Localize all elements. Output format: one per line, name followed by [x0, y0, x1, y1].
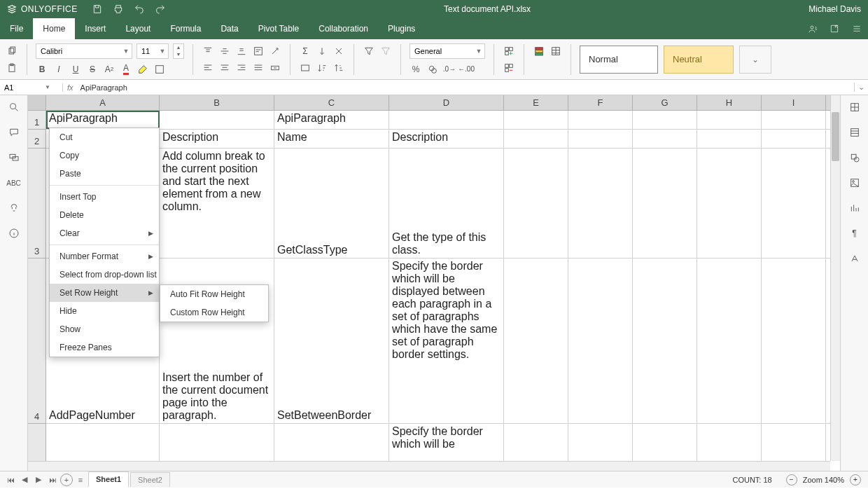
ctx-freeze-panes[interactable]: Freeze Panes: [50, 338, 159, 357]
fill-color-icon[interactable]: [136, 63, 149, 76]
conditional-format-icon[interactable]: [533, 45, 545, 57]
subscript-icon[interactable]: A2: [103, 63, 115, 76]
spreadsheet-grid[interactable]: A B C D E F G H I 1 2 3 4 ApiParagraph A…: [28, 95, 840, 471]
merge-icon[interactable]: [269, 62, 281, 74]
image-settings-icon[interactable]: [848, 177, 861, 189]
insert-cells-icon[interactable]: [503, 45, 515, 57]
row-header-2[interactable]: 2: [28, 130, 46, 149]
cell-I3[interactable]: [762, 149, 826, 258]
redo-icon[interactable]: [155, 4, 166, 15]
tabs-last-icon[interactable]: ⏭: [46, 474, 59, 486]
col-header-A[interactable]: A: [46, 95, 160, 110]
underline-icon[interactable]: U: [69, 63, 82, 76]
paragraph-settings-icon[interactable]: ¶: [848, 227, 861, 240]
menu-pivot[interactable]: Pivot Table: [248, 18, 309, 39]
cell-I2[interactable]: [762, 130, 826, 148]
font-name-input[interactable]: [36, 44, 120, 58]
col-header-G[interactable]: G: [633, 95, 697, 110]
decrease-decimal-icon[interactable]: .0→: [443, 63, 456, 76]
cell-F1[interactable]: [568, 111, 633, 129]
percent-icon[interactable]: %: [410, 63, 422, 76]
chat-icon[interactable]: [8, 151, 20, 164]
cell-C5[interactable]: [274, 424, 389, 465]
cell-C4[interactable]: SetBetweenBorder: [274, 259, 389, 423]
fill-down-icon[interactable]: [316, 45, 328, 57]
cell-style-normal[interactable]: Normal: [580, 46, 658, 74]
ctx-insert-top[interactable]: Insert Top: [50, 188, 159, 206]
comments-icon[interactable]: [8, 126, 20, 139]
menu-insert[interactable]: Insert: [75, 18, 115, 39]
col-header-C[interactable]: C: [274, 95, 389, 110]
sum-icon[interactable]: Σ: [299, 45, 312, 57]
select-all-corner[interactable]: [28, 95, 46, 110]
cell-E3[interactable]: [504, 149, 568, 258]
cell-style-dropdown[interactable]: ⌄: [739, 46, 771, 74]
share-icon[interactable]: [801, 18, 823, 39]
row-header-5[interactable]: [28, 424, 46, 466]
format-table-icon[interactable]: [550, 45, 562, 57]
fx-label[interactable]: fx: [63, 83, 78, 92]
open-location-icon[interactable]: [823, 18, 846, 39]
vertical-scrollbar[interactable]: [830, 95, 840, 461]
cell-F2[interactable]: [568, 130, 633, 148]
col-header-F[interactable]: F: [568, 95, 633, 110]
cell-C1[interactable]: ApiParagraph: [274, 111, 389, 129]
cell-I5[interactable]: [762, 424, 826, 465]
paste-icon[interactable]: [6, 62, 18, 74]
shape-settings-icon[interactable]: [848, 151, 861, 164]
align-left-icon[interactable]: [202, 62, 214, 74]
ctx-cut[interactable]: Cut: [50, 128, 159, 146]
zoom-out-icon[interactable]: −: [786, 474, 797, 485]
ctx-select-dropdown[interactable]: Select from drop-down list: [50, 266, 159, 284]
font-color-icon[interactable]: A: [120, 63, 132, 76]
align-middle-icon[interactable]: [218, 45, 231, 57]
font-size-spinner[interactable]: ▲▼: [173, 43, 184, 59]
font-size-combo[interactable]: ▼: [136, 43, 169, 59]
cell-G5[interactable]: [633, 424, 697, 465]
menu-formula[interactable]: Formula: [160, 18, 211, 39]
menu-collab[interactable]: Collaboration: [309, 18, 378, 39]
text-art-settings-icon[interactable]: [848, 252, 861, 265]
cell-F3[interactable]: [568, 149, 633, 258]
tabs-first-icon[interactable]: ⏮: [4, 474, 17, 486]
save-icon[interactable]: [92, 4, 103, 15]
menu-plugins[interactable]: Plugins: [378, 18, 425, 39]
info-icon[interactable]: [8, 227, 20, 240]
font-name-combo[interactable]: ▼: [36, 43, 132, 59]
col-header-I[interactable]: I: [762, 95, 826, 110]
cell-H2[interactable]: [697, 130, 762, 148]
cell-G2[interactable]: [633, 130, 697, 148]
filter-clear-icon[interactable]: [379, 45, 392, 57]
align-right-icon[interactable]: [235, 62, 248, 74]
scrollbar-thumb[interactable]: [832, 112, 839, 161]
clear-icon[interactable]: [332, 45, 345, 57]
cell-F5[interactable]: [568, 424, 633, 465]
cell-H5[interactable]: [697, 424, 762, 465]
cell-reference-input[interactable]: [4, 83, 42, 92]
cell-D5[interactable]: Specify the border which will be: [389, 424, 504, 465]
chevron-down-icon[interactable]: ▼: [120, 48, 132, 55]
sort-desc-icon[interactable]: [332, 62, 345, 74]
tabs-next-icon[interactable]: ▶: [32, 474, 45, 486]
ctx-hide[interactable]: Hide: [50, 302, 159, 320]
filter-icon[interactable]: [363, 45, 375, 57]
row-header-3[interactable]: 3: [28, 149, 46, 259]
menu-data[interactable]: Data: [211, 18, 248, 39]
sheet-list-icon[interactable]: ≡: [74, 474, 87, 486]
col-header-D[interactable]: D: [389, 95, 504, 110]
strikethrough-icon[interactable]: S: [86, 63, 99, 76]
cell-D1[interactable]: [389, 111, 504, 129]
align-bottom-icon[interactable]: [235, 45, 248, 57]
sheet-tab-1[interactable]: Sheet1: [88, 471, 129, 488]
col-header-H[interactable]: H: [697, 95, 762, 110]
cell-B3[interactable]: Add column break to the current position…: [160, 149, 274, 258]
chevron-down-icon[interactable]: ▼: [45, 84, 50, 90]
table-settings-icon[interactable]: [848, 126, 861, 139]
expand-formula-icon[interactable]: ⌄: [854, 83, 868, 92]
name-box[interactable]: ▼: [0, 83, 63, 92]
align-top-icon[interactable]: [202, 45, 214, 57]
number-format-input[interactable]: [410, 44, 473, 58]
cell-settings-icon[interactable]: [848, 101, 861, 113]
ctx-set-row-height[interactable]: Set Row Height▶: [50, 284, 159, 302]
chart-settings-icon[interactable]: [848, 202, 861, 214]
